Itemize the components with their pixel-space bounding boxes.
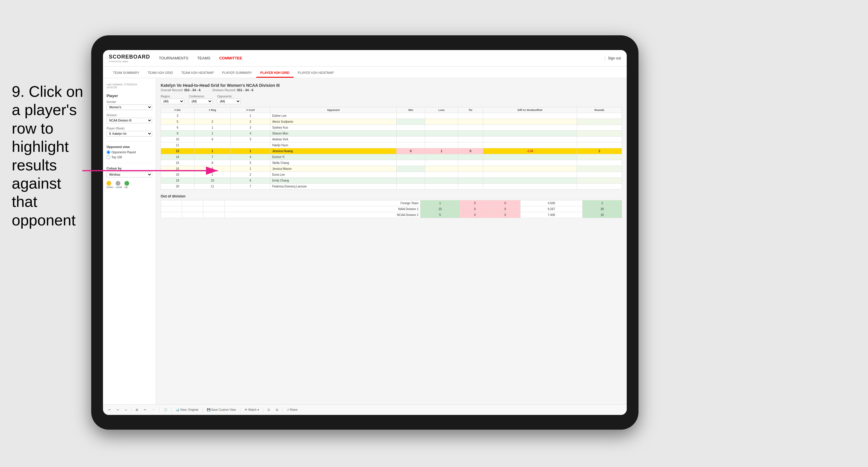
redo-button[interactable]: ↪	[115, 408, 121, 412]
grid-area: Katelyn Vo Head-to-Head Grid for Women's…	[156, 78, 627, 404]
sub-nav-player-h2h-heatmap[interactable]: PLAYER H2H HEATMAP	[293, 68, 338, 78]
legend-level-label: Level	[116, 186, 122, 189]
sidebar-divider-1	[106, 141, 152, 142]
col-header-conf: # Conf	[231, 107, 270, 113]
sub-nav-team-summary[interactable]: TEAM SUMMARY	[109, 68, 144, 78]
out-of-division-title: Out of division	[161, 194, 622, 198]
cut-button[interactable]: ✂	[142, 408, 148, 412]
undo-icon: ↩	[108, 408, 111, 411]
legend-down-label: Down	[106, 186, 113, 189]
col-header-tie: Tie	[458, 107, 483, 113]
toolbar-divider-6	[263, 407, 264, 413]
toolbar-divider-7	[282, 407, 282, 413]
save-custom-view-button[interactable]: 💾 Save Custom View	[205, 408, 238, 412]
share-button[interactable]: ↗ Share	[285, 408, 300, 412]
more-button[interactable]: ⋯	[150, 408, 157, 412]
table-row[interactable]: 914Sharon Mun	[161, 131, 622, 136]
legend-up-dot	[124, 181, 129, 186]
table-row[interactable]: 1691Jessica Mason	[161, 166, 622, 172]
out-of-division-table: Foreign Team1004.5002NAIA Division 11500…	[161, 200, 622, 218]
table-row[interactable]: NAIA Division 115009.26730	[161, 206, 622, 212]
last-updated-time: 16:55:38	[106, 86, 152, 89]
nav-teams[interactable]: TEAMS	[197, 55, 210, 62]
view-original-button[interactable]: 📊 View: Original	[174, 408, 200, 412]
watch-icon: 👁	[245, 408, 247, 411]
filter-group-region: Region (All)	[161, 95, 184, 104]
table-row[interactable]: 522Alexis Sudjianto	[161, 119, 622, 125]
cut-icon: ✂	[144, 408, 146, 411]
table-row[interactable]: Foreign Team1004.5002	[161, 200, 622, 206]
table-row[interactable]: 19106Emily Chang	[161, 178, 622, 184]
device-screen: SCOREBOARD Powered by clippd TOURNAMENTS…	[103, 50, 627, 415]
filter-group-opponent: Opponents: (All)	[217, 95, 241, 104]
sign-out-button[interactable]: Sign out	[608, 56, 621, 60]
bottom-toolbar: ↩ ↪ ⤾ ⊞ ✂ ⋯ 🕐 📊 View: Original 💾 Save Cu…	[103, 404, 627, 415]
table-row[interactable]: 1063Andrea York	[161, 136, 622, 143]
main-content: Last Updated: 27/03/2024 16:55:38 Player…	[103, 78, 627, 404]
opponent-view-title: Opponent view	[106, 145, 152, 149]
col-header-div: # Div	[161, 107, 194, 113]
refresh-button[interactable]: ⤾	[123, 408, 129, 412]
opponent-filter-label: Opponents:	[217, 95, 241, 98]
table-row[interactable]: 613Sydney Kuo	[161, 125, 622, 131]
filter-group-conference: Conference (All)	[189, 95, 212, 104]
radio-top-100[interactable]: Top 100	[106, 155, 152, 159]
collapse-button[interactable]: ⊟	[274, 408, 280, 412]
table-row[interactable]: 1311Jessica Huang010-3.002	[161, 148, 622, 154]
filter-row: Region (All) Conference (All) Opponents:	[161, 95, 622, 104]
expand-button[interactable]: ⊡	[266, 408, 272, 412]
collapse-icon: ⊟	[276, 408, 278, 411]
col-header-diff: Diff Av Strokes/Rnd	[483, 107, 577, 113]
more-icon: ⋯	[152, 408, 155, 411]
gender-select[interactable]: Women's	[106, 104, 152, 110]
nav-divider: |	[604, 56, 606, 61]
top-nav: SCOREBOARD Powered by clippd TOURNAMENTS…	[103, 50, 627, 66]
last-updated-date: Last Updated: 27/03/2024	[106, 83, 152, 86]
data-table: # Div # Reg # Conf Opponent Win Loss Tie…	[161, 107, 622, 189]
division-record-label: Division Record: 331 - 34 - 6	[212, 88, 253, 92]
table-row[interactable]: 1822Euna Lee	[161, 172, 622, 178]
col-header-rounds: Rounds	[577, 107, 622, 113]
legend: Down Level Up	[106, 181, 152, 189]
logo-text: SCOREBOARD	[109, 54, 150, 60]
table-row[interactable]: 31Esther Lee	[161, 113, 622, 119]
sub-nav-team-h2h-grid[interactable]: TEAM H2H GRID	[144, 68, 177, 78]
player-rank-label: Player (Rank)	[106, 127, 152, 130]
sub-nav-player-h2h-grid[interactable]: PLAYER H2H GRID	[256, 68, 293, 78]
conference-filter-select[interactable]: (All)	[189, 99, 212, 104]
table-row[interactable]: NCAA Division 25007.40010	[161, 212, 622, 218]
instruction-body: Click on a player's row to highlight res…	[12, 83, 83, 229]
grid-button[interactable]: ⊞	[134, 408, 140, 412]
sub-nav-team-h2h-heatmap[interactable]: TEAM H2H HEATMAP	[177, 68, 218, 78]
watch-button[interactable]: 👁 Watch ▾	[243, 408, 261, 412]
table-row[interactable]: 1474Eunice Yi	[161, 154, 622, 160]
toolbar-divider-2	[159, 407, 159, 413]
col-header-reg: # Reg	[194, 107, 231, 113]
division-select[interactable]: NCAA Division III	[106, 118, 152, 123]
out-of-division: Out of division Foreign Team1004.5002NAI…	[161, 194, 622, 218]
table-row[interactable]: 20117Federica Domecq Lacroze	[161, 184, 622, 189]
table-row[interactable]: 11Haeijo Hyun	[161, 143, 622, 148]
sub-nav-player-summary[interactable]: PLAYER SUMMARY	[218, 68, 256, 78]
toolbar-divider-3	[171, 407, 172, 413]
nav-committee[interactable]: COMMITTEE	[219, 55, 242, 62]
opponent-filter-select[interactable]: (All)	[217, 99, 241, 104]
arrow-indicator	[80, 163, 226, 178]
overall-record-label: Overall Record: 353 - 34 - 6	[161, 88, 201, 92]
conference-filter-label: Conference	[189, 95, 212, 98]
region-filter-select[interactable]: (All)	[161, 99, 184, 104]
radio-opponents-played[interactable]: Opponents Played	[106, 150, 152, 154]
col-header-opponent: Opponent	[270, 107, 397, 113]
player-rank-select[interactable]: 8. Katelyn Vo	[106, 131, 152, 136]
clock-button[interactable]: 🕐	[162, 408, 169, 412]
division-label: Division	[106, 114, 152, 117]
table-row[interactable]: 1585Stella Chang	[161, 160, 622, 166]
player-section-title: Player	[106, 94, 152, 98]
instruction-number: 9.	[12, 83, 24, 100]
instruction-text: 9. Click on a player's row to highlight …	[12, 83, 88, 229]
sidebar-divider-2	[106, 163, 152, 163]
nav-tournaments[interactable]: TOURNAMENTS	[159, 55, 188, 62]
grid-icon: ⊞	[136, 408, 138, 411]
device-frame: SCOREBOARD Powered by clippd TOURNAMENTS…	[91, 35, 639, 430]
undo-button[interactable]: ↩	[106, 408, 113, 412]
